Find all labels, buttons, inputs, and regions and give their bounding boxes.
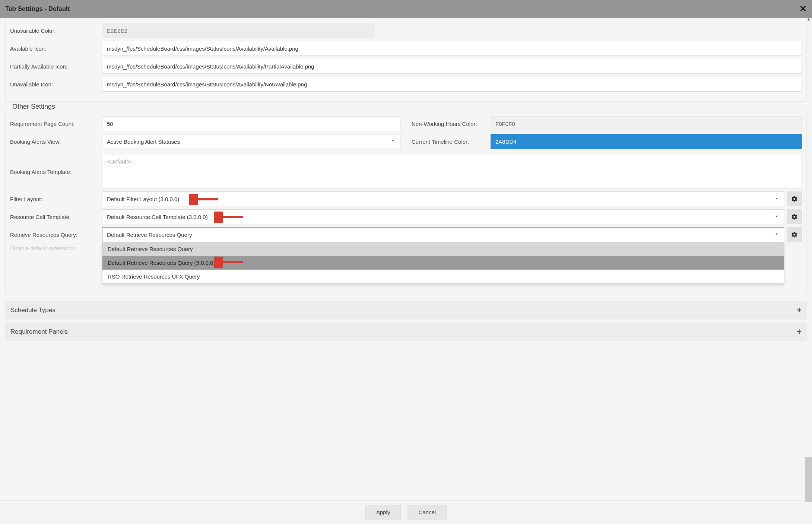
- resource-cell-template-dropdown[interactable]: Default Resource Cell Template (3.0.0.0): [102, 209, 784, 224]
- nonworking-color-label: Non-Working Hours Color:: [412, 121, 486, 127]
- schedule-types-section[interactable]: Schedule Types +: [5, 301, 807, 320]
- dialog-title: Tab Settings - Default: [5, 5, 70, 13]
- section-title: Requirement Panels: [10, 328, 68, 336]
- retrieve-resources-query-dropdown[interactable]: Default Retrieve Resources Query: [102, 227, 784, 242]
- unavailable-icon-label: Unavailable Icon:: [10, 81, 98, 88]
- chevron-down-icon: [774, 232, 779, 238]
- plus-icon[interactable]: +: [797, 305, 802, 315]
- retrieve-resources-query-gear-button[interactable]: [787, 227, 802, 242]
- unavailable-color-field[interactable]: E2E2E2: [102, 23, 375, 38]
- dropdown-option[interactable]: RSO Retrieve Resources UFX Query: [102, 270, 784, 283]
- gear-icon: [791, 213, 798, 220]
- booking-alerts-template-label: Booking Alerts Template:: [10, 169, 98, 175]
- available-icon-field[interactable]: [102, 41, 802, 56]
- partially-icon-label: Partially Available Icon:: [10, 63, 98, 70]
- resource-cell-template-gear-button[interactable]: [787, 209, 802, 224]
- requirement-page-count-field[interactable]: [102, 116, 400, 131]
- requirement-panels-section[interactable]: Requirement Panels +: [5, 323, 807, 341]
- dropdown-option[interactable]: Default Retrieve Resources Query (3.0.0.…: [102, 256, 784, 270]
- booking-alerts-view-dropdown[interactable]: Active Booking Alert Statuses: [102, 134, 400, 149]
- retrieve-resources-query-label: Retrieve Resources Query:: [10, 232, 98, 238]
- other-settings-group: Other Settings Requirement Page Count: B…: [5, 108, 807, 295]
- booking-alerts-template-field[interactable]: <Default>: [102, 155, 802, 188]
- partially-available-icon-field[interactable]: [102, 59, 802, 74]
- plus-icon[interactable]: +: [797, 327, 802, 337]
- title-bar: Tab Settings - Default ✕: [0, 0, 812, 18]
- retrieve-resources-query-listbox: Default Retrieve Resources Query Default…: [102, 242, 784, 284]
- unavailable-color-label: Unavailable Color:: [10, 28, 98, 34]
- cancel-button[interactable]: Cancel: [407, 505, 447, 520]
- unavailable-icon-field[interactable]: [102, 77, 802, 92]
- booking-alerts-view-label: Booking Alerts View:: [10, 139, 98, 145]
- dropdown-option[interactable]: Default Retrieve Resources Query: [102, 242, 784, 256]
- filter-layout-dropdown[interactable]: Default Filter Layout (3.0.0.0): [102, 191, 784, 206]
- filter-layout-label: Filter Layout:: [10, 196, 98, 202]
- filter-layout-gear-button[interactable]: [787, 191, 802, 206]
- close-icon[interactable]: ✕: [799, 4, 807, 14]
- gear-icon: [791, 196, 798, 202]
- arrow-annotation-icon: [214, 257, 244, 268]
- current-timeline-color-field[interactable]: 2A8DD4: [491, 134, 802, 149]
- chevron-down-icon: [774, 214, 779, 220]
- chevron-down-icon: [774, 196, 779, 202]
- req-page-count-label: Requirement Page Count:: [10, 121, 98, 127]
- dialog-footer: Apply Cancel: [0, 500, 812, 524]
- dialog-body: ▲ Unavailable Color: E2E2E2 Available Ic…: [0, 18, 812, 500]
- apply-button[interactable]: Apply: [365, 505, 401, 520]
- nonworking-hours-color-field[interactable]: F0F0F0: [491, 116, 802, 131]
- scrollbar-thumb[interactable]: [805, 457, 812, 500]
- timeline-color-label: Current Timeline Color:: [412, 139, 486, 145]
- available-icon-label: Available Icon:: [10, 45, 98, 52]
- gear-icon: [791, 231, 798, 238]
- other-settings-legend: Other Settings: [9, 103, 58, 111]
- section-title: Schedule Types: [10, 307, 55, 314]
- chevron-down-icon: [390, 139, 396, 145]
- disable-extensions-label: Disable default extensions:: [10, 245, 98, 251]
- resource-cell-template-label: Resource Cell Template:: [10, 214, 98, 220]
